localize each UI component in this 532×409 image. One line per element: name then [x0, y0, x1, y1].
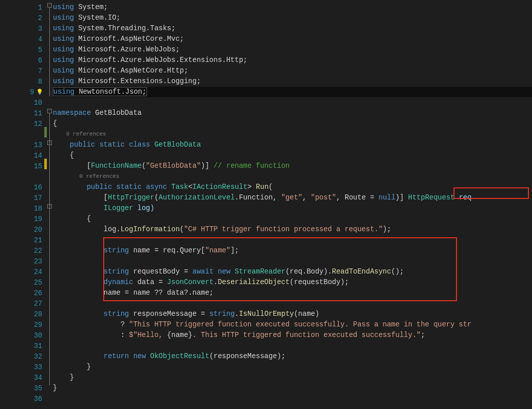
code-line: using System;: [53, 2, 532, 13]
code-line: dynamic data = JsonConvert.DeserializeOb…: [53, 277, 532, 288]
code-line: [53, 97, 532, 108]
code-line: }: [53, 372, 532, 383]
code-line: using Microsoft.AspNetCore.Http;: [53, 65, 532, 76]
line-number: 27: [25, 300, 42, 308]
code-line: using System.Threading.Tasks;: [53, 23, 532, 34]
line-number: 6: [25, 56, 42, 64]
code-line: {: [53, 214, 532, 224]
line-number: 22: [25, 247, 42, 255]
line-number: 13: [25, 141, 42, 149]
line-number: 8: [25, 78, 42, 86]
code-line: public static async Task<IActionResult> …: [53, 182, 532, 192]
line-number: 9: [17, 88, 34, 96]
code-line: [53, 298, 532, 309]
line-number: 28: [25, 310, 42, 318]
line-number: 31: [25, 342, 42, 350]
fold-toggle[interactable]: -: [47, 141, 52, 145]
code-line: public static class GetBlobData: [53, 140, 532, 150]
code-line: [FunctionName("GetBlobData")] // rename …: [53, 161, 532, 171]
code-text-area[interactable]: using System; using System.IO; using Sys…: [53, 0, 532, 409]
code-line: using Microsoft.AspNetCore.Mvc;: [53, 34, 532, 44]
line-number: 18: [25, 204, 42, 213]
line-number: 3: [25, 25, 42, 33]
code-line: [53, 256, 532, 266]
code-line: }: [53, 383, 532, 393]
code-line: using Newtonsoft.Json;: [53, 87, 532, 97]
line-number: 36: [25, 395, 42, 403]
code-line: {: [53, 150, 532, 161]
fold-toggle[interactable]: -: [47, 204, 52, 209]
line-number: 21: [25, 236, 42, 244]
line-number: 11: [25, 109, 42, 117]
line-number: 29: [25, 321, 42, 329]
code-line: using Microsoft.Azure.WebJobs.Extensions…: [53, 55, 532, 65]
code-line: }: [53, 362, 532, 372]
line-number: 24: [25, 268, 42, 276]
line-number: 32: [25, 353, 42, 361]
code-line: {: [53, 118, 532, 129]
line-number: 30: [25, 331, 42, 339]
fold-toggle[interactable]: -: [47, 109, 52, 113]
line-number: 20: [25, 226, 42, 234]
code-line: using System.IO;: [53, 13, 532, 23]
line-number: 5: [25, 46, 42, 54]
fold-toggle[interactable]: -: [47, 3, 52, 8]
code-line: ILogger log): [53, 203, 532, 214]
code-line: ? "This HTTP triggered function executed…: [53, 319, 532, 330]
line-number: 7: [25, 67, 42, 75]
line-number: 10: [25, 99, 42, 107]
code-line: [53, 340, 532, 351]
line-number: 34: [25, 374, 42, 382]
line-number: 33: [25, 363, 42, 371]
code-line: [HttpTrigger(AuthorizationLevel.Function…: [53, 192, 532, 203]
line-number: 2: [25, 14, 42, 22]
code-line: namespace GetBlobData: [53, 108, 532, 118]
lightbulb-icon[interactable]: 💡: [36, 89, 42, 95]
code-editor[interactable]: 1 2 3 4 5 6 7 8 9💡 10 11 12 13 14 15 16 …: [0, 0, 532, 409]
code-line: name = name ?? data?.name;: [53, 288, 532, 298]
code-line: using Microsoft.Azure.WebJobs;: [53, 44, 532, 55]
code-line: string requestBody = await new StreamRea…: [53, 266, 532, 277]
code-line: string name = req.Query["name"];: [53, 245, 532, 256]
line-number: 25: [25, 279, 42, 287]
line-number: 4: [25, 35, 42, 43]
line-number: 12: [25, 120, 42, 128]
outline-column: - - - -: [47, 0, 53, 409]
code-line: log.LogInformation("C# HTTP trigger func…: [53, 224, 532, 235]
line-number-gutter: 1 2 3 4 5 6 7 8 9💡 10 11 12 13 14 15 16 …: [0, 0, 44, 409]
line-number: 17: [25, 194, 42, 202]
line-number: 26: [25, 289, 42, 297]
codelens-references[interactable]: 0 references: [53, 171, 532, 182]
line-number: 35: [25, 384, 42, 392]
line-number: 15: [25, 162, 42, 170]
code-line: return new OkObjectResult(responseMessag…: [53, 351, 532, 362]
code-line: [53, 235, 532, 245]
code-line: string responseMessage = string.IsNullOr…: [53, 309, 532, 319]
code-line: using Microsoft.Extensions.Logging;: [53, 76, 532, 87]
line-number: 19: [25, 215, 42, 223]
code-line: : $"Hello, {name}. This HTTP triggered f…: [53, 330, 532, 340]
line-number: 23: [25, 257, 42, 265]
line-number: 1: [25, 4, 42, 12]
line-number: 14: [25, 152, 42, 160]
line-number: 16: [25, 183, 42, 191]
codelens-references[interactable]: 0 references: [53, 129, 532, 140]
